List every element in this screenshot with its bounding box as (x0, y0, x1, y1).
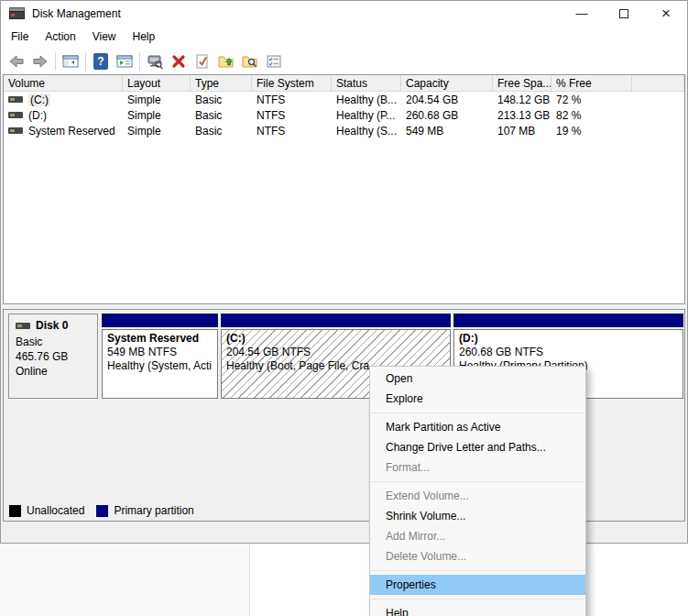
menu-item-help[interactable]: Help (370, 603, 585, 616)
close-icon: × (661, 9, 671, 18)
mark-active-check-icon[interactable] (191, 50, 214, 72)
toolbar-separator (139, 52, 140, 71)
menu-view[interactable]: View (84, 28, 125, 46)
column-header-status[interactable]: Status (332, 75, 401, 91)
cell-status: Healthy (S... (332, 125, 401, 138)
cell-pct-free: 72 % (551, 94, 632, 106)
close-button[interactable]: × (645, 1, 687, 26)
title-bar[interactable]: Disk Management — × (1, 1, 687, 26)
cell-layout: Simple (123, 109, 191, 122)
partition-name: System Reserved (107, 332, 217, 346)
menu-item-properties[interactable]: Properties (370, 575, 585, 595)
maximize-icon (619, 9, 628, 18)
table-row-c[interactable]: (C:) Simple Basic NTFS Healthy (B... 204… (4, 92, 684, 107)
table-row-d[interactable]: (D:) Simple Basic NTFS Healthy (P... 260… (4, 107, 684, 123)
column-header-type[interactable]: Type (191, 75, 252, 91)
cell-layout: Simple (123, 94, 191, 106)
volume-list-pane: Volume Layout Type File System Status Ca… (3, 74, 685, 304)
column-header-capacity[interactable]: Capacity (401, 75, 493, 91)
cell-type: Basic (191, 109, 252, 122)
properties-checklist-icon[interactable] (262, 50, 286, 72)
partition-color-bar (102, 314, 218, 327)
column-header-layout[interactable]: Layout (123, 75, 191, 91)
legend-item-unallocated: Unallocated (9, 504, 84, 517)
column-header-filler (632, 75, 684, 91)
disk-0-label-panel[interactable]: Disk 0 Basic 465.76 GB Online (8, 314, 98, 399)
cell-type: Basic (191, 94, 252, 106)
background-window-area (0, 544, 250, 616)
partition-status: Healthy (System, Acti (107, 359, 217, 373)
cell-layout: Simple (123, 125, 191, 138)
cell-free-space: 107 MB (493, 125, 551, 138)
menu-item-delete-volume: Delete Volume... (370, 546, 585, 566)
menu-item-add-mirror: Add Mirror... (370, 526, 585, 546)
partition-size: 260.68 GB NTFS (459, 346, 683, 359)
folder-up-icon[interactable] (214, 50, 238, 72)
partition-name: (C:) (226, 332, 450, 346)
volume-drive-icon (8, 96, 23, 103)
menu-item-format: Format... (370, 457, 585, 478)
column-header-volume[interactable]: Volume (4, 75, 123, 91)
legend-item-primary-partition: Primary partition (96, 504, 193, 517)
delete-red-x-icon[interactable] (167, 50, 191, 72)
cell-free-space: 148.12 GB (493, 94, 551, 106)
toolbar-separator (85, 52, 86, 71)
maximize-button[interactable] (603, 1, 645, 26)
partition-context-menu: Open Explore Mark Partition as Active Ch… (369, 366, 586, 616)
cell-pct-free: 19 % (551, 125, 632, 138)
partition-color-bar (453, 314, 683, 327)
table-row-system-reserved[interactable]: System Reserved Simple Basic NTFS Health… (4, 123, 684, 138)
disk-name: Disk 0 (36, 319, 68, 332)
window-title: Disk Management (32, 7, 121, 20)
menu-item-extend-volume: Extend Volume... (370, 486, 585, 506)
rescan-disks-icon[interactable] (143, 50, 167, 72)
column-header-pct-free[interactable]: % Free (551, 75, 632, 91)
volume-drive-icon (8, 112, 23, 118)
console-tree-icon[interactable] (59, 50, 82, 72)
folder-explore-icon[interactable] (238, 50, 262, 72)
menu-item-shrink-volume[interactable]: Shrink Volume... (370, 506, 585, 526)
cell-free-space: 213.13 GB (493, 109, 551, 122)
cell-file-system: NTFS (252, 125, 332, 138)
forward-arrow-icon[interactable] (28, 50, 52, 72)
partition-size: 549 MB NTFS (107, 346, 217, 359)
partition-name: (D:) (459, 332, 683, 346)
action-pane-icon[interactable] (113, 50, 137, 72)
cell-status: Healthy (B... (332, 94, 401, 106)
cell-status: Healthy (P... (332, 109, 401, 122)
column-header-file-system[interactable]: File System (252, 75, 332, 91)
menu-file[interactable]: File (3, 28, 37, 46)
menu-item-open[interactable]: Open (370, 368, 585, 389)
column-header-free-space[interactable]: Free Spa... (493, 75, 551, 91)
legend: Unallocated Primary partition (9, 503, 194, 518)
cell-pct-free: 82 % (551, 109, 632, 122)
disk-drive-icon (16, 323, 30, 329)
volume-name: System Reserved (28, 125, 115, 138)
menu-separator (371, 412, 584, 413)
disk-status: Online (16, 364, 97, 379)
menu-separator (371, 570, 584, 571)
minimize-button[interactable]: — (561, 1, 603, 26)
cell-type: Basic (191, 125, 252, 138)
volume-name: (C:) (28, 94, 50, 106)
partition-size: 204.54 GB NTFS (226, 346, 450, 359)
disk-size: 465.76 GB (16, 349, 97, 364)
help-icon[interactable]: ? (89, 50, 113, 72)
cell-capacity: 260.68 GB (401, 109, 493, 122)
menu-action[interactable]: Action (37, 28, 83, 46)
partition-system-reserved[interactable]: System Reserved 549 MB NTFS Healthy (Sys… (102, 314, 218, 399)
volume-table-header: Volume Layout Type File System Status Ca… (4, 75, 684, 92)
disk-type: Basic (16, 335, 97, 349)
partition-color-bar (221, 314, 451, 327)
menu-help[interactable]: Help (125, 28, 164, 46)
menu-item-mark-partition-active[interactable]: Mark Partition as Active (370, 417, 585, 437)
legend-label: Primary partition (114, 504, 193, 517)
toolbar: ? (1, 48, 687, 74)
cell-capacity: 204.54 GB (401, 94, 493, 106)
volume-name: (D:) (28, 109, 47, 122)
menu-item-change-drive-letter[interactable]: Change Drive Letter and Paths... (370, 437, 585, 457)
menu-item-explore[interactable]: Explore (370, 389, 585, 409)
back-arrow-icon[interactable] (5, 50, 28, 72)
cell-capacity: 549 MB (401, 125, 493, 138)
menu-bar: File Action View Help (1, 26, 687, 48)
